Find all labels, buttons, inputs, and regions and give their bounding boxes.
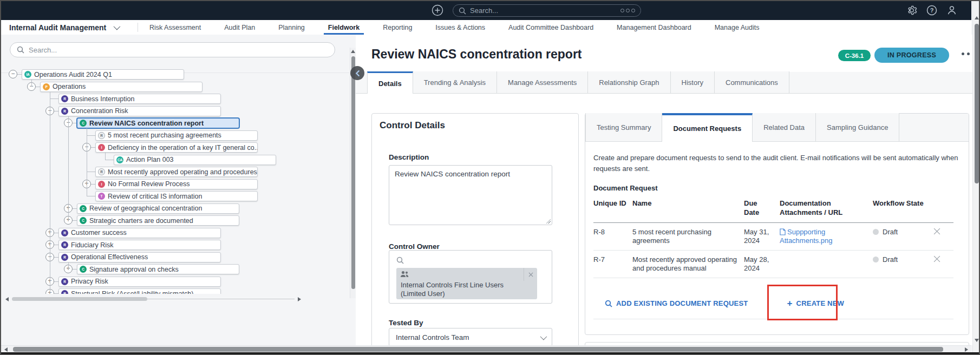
subtab-related-data[interactable]: Related Data	[753, 113, 816, 141]
search-options-icon[interactable]	[620, 9, 635, 12]
tree-node[interactable]: CReview of geographical concentration	[77, 203, 239, 214]
subtab-document-requests[interactable]: Document Requests	[662, 113, 753, 142]
tab-history[interactable]: History	[671, 71, 715, 93]
request-attachment-cell: Suppporting Attachments.png	[780, 228, 873, 245]
scroll-down-icon[interactable]	[975, 339, 979, 342]
column-header: Unique ID	[593, 199, 632, 217]
tree-node[interactable]: IAOperations Audit 2024 Q1	[22, 69, 184, 80]
tree-row: +RFiduciary Risk	[2, 240, 349, 250]
node-type-icon: T	[98, 193, 105, 200]
tree-node[interactable]: RConcentration Risk	[58, 106, 221, 116]
remove-owner-button[interactable]	[524, 268, 537, 281]
scroll-left-icon[interactable]	[5, 297, 9, 301]
nav-tab-risk-assessment[interactable]: Risk Assessment	[149, 20, 201, 35]
node-type-icon: R	[61, 290, 68, 294]
collapse-panel-button[interactable]	[350, 66, 364, 80]
tab-manage-assessments[interactable]: Manage Assessments	[497, 71, 588, 93]
chevron-left-icon	[355, 70, 361, 76]
tree-node[interactable]: CSignature approval on checks	[77, 264, 239, 274]
attachment-link[interactable]: Suppporting Attachments.png	[780, 228, 833, 245]
tree-node[interactable]: RStructural Risk (Asset/Liability mismat…	[58, 288, 221, 294]
tree-node[interactable]: POperations	[40, 82, 202, 92]
tree-node[interactable]: RPrivacy Risk	[58, 277, 221, 287]
more-options-button[interactable]	[962, 52, 970, 55]
node-label: Operations Audit 2024 Q1	[34, 71, 112, 78]
page-title: Review NAICS concentration report	[371, 47, 582, 62]
settings-button[interactable]	[906, 5, 917, 18]
tree-search-input[interactable]: Search...	[10, 42, 335, 57]
nav-tab-reporting[interactable]: Reporting	[383, 20, 412, 35]
window-horizontal-scrollbar[interactable]	[1, 345, 971, 353]
node-label: Operations	[53, 83, 86, 90]
app-title: Internal Audit Management	[9, 23, 106, 32]
tab-details[interactable]: Details	[367, 71, 413, 94]
tree-scrollbar-thumb[interactable]	[351, 56, 355, 289]
nav-tab-audit-plan[interactable]: Audit Plan	[224, 20, 255, 35]
global-search-input[interactable]: Search...	[453, 4, 641, 17]
tree-node[interactable]: IDeficiency in the operation of a key IT…	[95, 142, 258, 153]
tree-node[interactable]: RMost recently approved operating and pr…	[95, 167, 258, 177]
window-vertical-scrollbar[interactable]	[972, 1, 980, 352]
tree-node[interactable]: RCustomer success	[58, 228, 221, 238]
tree-row: +RPrivacy Risk	[2, 277, 349, 287]
chevron-down-icon	[114, 23, 121, 30]
nav-tab-audit-committee-dashboard[interactable]: Audit Committee Dashboard	[508, 20, 593, 35]
account-button[interactable]	[946, 5, 957, 18]
nav-tab-planning[interactable]: Planning	[278, 20, 305, 35]
nav-tab-manage-audits[interactable]: Manage Audits	[715, 20, 760, 35]
help-button[interactable]: ?	[926, 5, 937, 18]
delete-request-button[interactable]	[933, 228, 952, 245]
file-icon	[780, 228, 786, 235]
tree-row: −IDeficiency in the operation of a key I…	[2, 142, 349, 153]
tree-node[interactable]: CReview NAICS concentration report	[77, 118, 239, 128]
scroll-up-icon[interactable]	[975, 16, 979, 19]
tree-row: −CReview NAICS concentration report	[2, 118, 349, 128]
node-type-icon: R	[61, 229, 68, 236]
tree-node[interactable]: ROperational Effectiveness	[58, 252, 221, 262]
tree-node[interactable]: RFiduciary Risk	[58, 240, 221, 250]
nav-tab-management-dashboard[interactable]: Management Dashboard	[617, 20, 691, 35]
node-type-icon: C	[80, 217, 87, 224]
status-badge: IN PROGRESS	[874, 48, 949, 63]
node-label: Action Plan 003	[126, 156, 174, 163]
tested-by-select[interactable]: Internal Controls Team	[389, 328, 552, 346]
node-label: Review of geographical concentration	[89, 205, 202, 212]
node-type-icon: R	[98, 132, 105, 139]
tree-node[interactable]: INo Formal Review Process	[95, 179, 258, 189]
delete-icon	[933, 255, 940, 262]
subtab-sampling-guidance[interactable]: Sampling Guidance	[816, 113, 899, 141]
tab-communications[interactable]: Communications	[715, 71, 789, 93]
window-vscrollbar-thumb[interactable]	[975, 24, 979, 183]
scroll-right-icon[interactable]	[298, 297, 301, 301]
tree-node[interactable]: CAAction Plan 003	[114, 155, 276, 165]
tree-node[interactable]: TReview of critical IS information	[95, 191, 258, 201]
tree-node[interactable]: RBusiness Interruption	[58, 94, 221, 104]
scroll-right-icon[interactable]	[965, 347, 968, 352]
window-hscrollbar-thumb[interactable]	[13, 347, 943, 352]
scroll-up-icon[interactable]	[351, 50, 355, 53]
tab-trending-analysis[interactable]: Trending & Analysis	[413, 71, 497, 93]
subtab-testing-summary[interactable]: Testing Summary	[585, 113, 662, 141]
control-owner-label: Control Owner	[389, 242, 440, 251]
collapse-node-toggle[interactable]: −	[9, 70, 17, 78]
app-switcher[interactable]: Internal Audit Management	[9, 20, 119, 35]
control-owner-field[interactable]: Internal Controls First Line Users (Limi…	[389, 250, 552, 304]
tree-hscrollbar-thumb[interactable]	[12, 297, 147, 301]
node-label: Customer success	[71, 229, 127, 236]
description-field[interactable]: Review NAICS concentration report	[389, 165, 552, 225]
delete-request-button[interactable]	[933, 255, 952, 273]
scroll-left-icon[interactable]	[4, 347, 8, 352]
tab-relationship-graph[interactable]: Relationship Graph	[588, 71, 670, 93]
tree-node[interactable]: R5 most recent purchasing agreements	[95, 130, 258, 141]
add-new-button[interactable]	[432, 4, 443, 18]
nav-tab-issues-actions[interactable]: Issues & Actions	[435, 20, 485, 35]
resize-grip-icon[interactable]	[546, 219, 551, 223]
tree-node[interactable]: CStrategic charters are documented	[77, 215, 239, 226]
add-existing-document-request-button[interactable]: ADD EXISTING DOCUMENT REQUEST	[605, 299, 748, 307]
request-id-cell: R-7	[593, 255, 632, 273]
column-header: Documentation Attachments / URL	[780, 199, 873, 217]
workflow-state-cell: Draft	[873, 255, 933, 273]
column-header: Workflow State	[873, 199, 933, 217]
tree-horizontal-scrollbar[interactable]	[2, 295, 303, 303]
nav-tab-fieldwork[interactable]: Fieldwork	[328, 20, 360, 35]
